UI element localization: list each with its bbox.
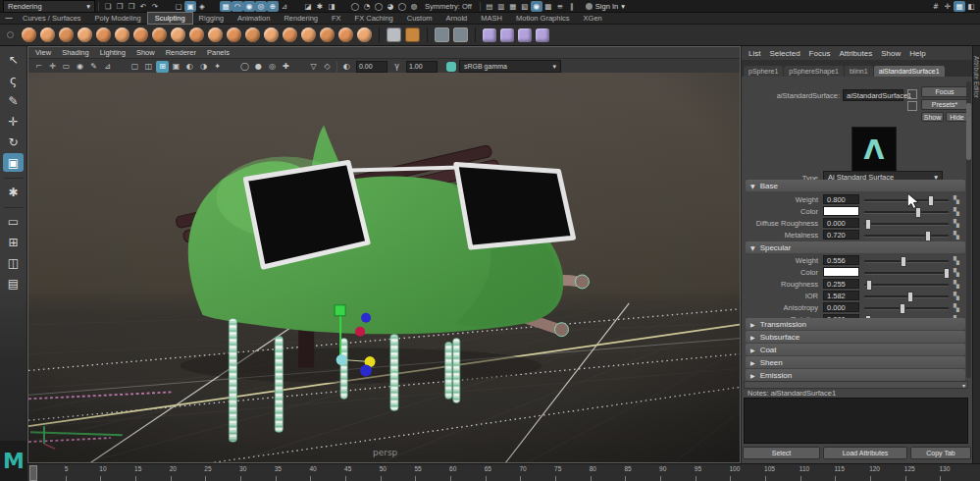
timeline-tick[interactable]: 5 [65, 464, 100, 481]
ae-node-tab[interactable]: blinn1 [845, 66, 873, 77]
panel-menu-item[interactable]: Renderer [166, 48, 196, 57]
ae-menu-item[interactable]: Focus [809, 49, 831, 58]
grab-brush-icon[interactable] [77, 27, 92, 42]
attribute-value-field[interactable]: 0.255 [823, 279, 859, 289]
texture-map-button[interactable]: ▚ [954, 207, 959, 216]
channel-box-icon[interactable]: ▦ [954, 1, 965, 12]
rotate-tool-icon[interactable]: ↻ [3, 133, 24, 151]
copy-tab-button[interactable]: Copy Tab [910, 447, 971, 459]
ae-menu-item[interactable]: Selected [769, 49, 799, 58]
panel-menu-item[interactable]: Panels [207, 48, 230, 57]
ae-node-tab[interactable]: pSphere1 [744, 66, 783, 77]
repeat-brush-icon[interactable] [171, 27, 185, 42]
output-connections-icon[interactable]: ◨ [326, 1, 337, 12]
panel-menu-item[interactable]: Show [136, 48, 155, 57]
timeline-tick[interactable]: 105 [764, 464, 799, 481]
select-object-icon[interactable]: ▣ [184, 1, 196, 12]
panel-menu-item[interactable]: Shading [62, 48, 89, 57]
snap-to-view-plane-icon[interactable]: ⊕ [267, 1, 279, 12]
resolution-gate-icon[interactable]: ◎ [266, 61, 279, 73]
timeline-tick[interactable]: 90 [659, 464, 695, 481]
ae-node-tab[interactable]: pSphereShape1 [784, 66, 844, 77]
shelf-tab[interactable]: Motion Graphics [509, 13, 577, 24]
ipr-render-icon[interactable]: ◔ [361, 1, 373, 12]
single-pane-layout-icon[interactable]: ▭ [3, 212, 24, 231]
texture-map-button[interactable]: ▚ [954, 256, 959, 265]
slider-handle[interactable] [866, 280, 872, 291]
shelf-tab[interactable]: Animation [231, 13, 277, 24]
make-live-icon[interactable]: ⊿ [279, 1, 290, 12]
timeline-tick[interactable]: 95 [695, 464, 730, 481]
slider-handle[interactable] [928, 195, 934, 206]
select-hierarchy-icon[interactable]: ▢ [173, 1, 184, 12]
foamy-brush-icon[interactable] [133, 27, 148, 42]
attribute-value-field[interactable]: 0.800 [823, 194, 859, 204]
sculpt-mirror-icon[interactable] [453, 27, 468, 42]
timeline-tick[interactable]: 80 [590, 464, 625, 481]
attribute-editor-toggle-icon[interactable]: ◧ [965, 1, 977, 12]
section-header-base[interactable]: ▼ Base [746, 180, 965, 191]
field-chart-icon[interactable]: ● [252, 61, 265, 73]
menu-set-dropdown[interactable]: Rendering ▾ [3, 0, 95, 13]
slider-handle[interactable] [944, 268, 950, 279]
four-pane-layout-icon[interactable]: ⊞ [3, 233, 24, 251]
timeline-tick[interactable]: 120 [869, 464, 904, 481]
attribute-value-field[interactable]: 0.000 [823, 302, 859, 312]
select-tool-icon[interactable]: ↖ [3, 50, 24, 69]
texture-map-button[interactable]: ▚ [954, 231, 959, 240]
texture-map-button[interactable]: ▚ [954, 280, 959, 289]
material-swatch[interactable]: Λ [851, 127, 897, 172]
motion-blur-icon[interactable]: ✦ [211, 61, 224, 73]
split-pane-layout-icon[interactable]: ◫ [3, 253, 24, 272]
gamma-icon[interactable]: γ [390, 61, 403, 73]
perspective-viewport[interactable]: ViewShadingLightingShowRendererPanels ⌐ … [27, 46, 741, 463]
ae-scroll-strip[interactable]: ▾ [744, 381, 968, 389]
scrape-brush-icon[interactable] [227, 27, 241, 42]
attribute-slider[interactable] [864, 279, 949, 289]
panel-menu-item[interactable]: View [35, 48, 51, 57]
exposure-field[interactable]: 0.00 [356, 61, 387, 73]
scale-tool-icon[interactable]: ▣ [3, 153, 24, 172]
redo-icon[interactable]: ↷ [149, 1, 161, 12]
display-layers-icon[interactable]: ◍ [408, 1, 420, 12]
sculpt-layer-icon[interactable] [483, 28, 496, 42]
launch-render-view-icon[interactable]: ◕ [385, 1, 396, 12]
bulge-brush-icon[interactable] [301, 27, 316, 42]
wireframe-icon[interactable]: ▢ [129, 61, 141, 73]
texture-map-button[interactable]: ▚ [954, 219, 959, 228]
input-connections-icon[interactable]: ◪ [302, 1, 314, 12]
time-slider[interactable]: 1 5 10 15 20 25 30 35 40 45 50 [0, 463, 980, 481]
timeline-tick[interactable]: 125 [904, 464, 940, 481]
attribute-value-field[interactable]: 1.582 [823, 291, 859, 300]
shaded-icon[interactable]: ◫ [142, 61, 155, 73]
texture-map-button[interactable]: ▚ [954, 268, 959, 277]
view-transform-dropdown[interactable]: sRGB gamma ▾ [446, 60, 561, 73]
timeline-tick[interactable]: 75 [554, 464, 590, 481]
outliner-pane-layout-icon[interactable]: ▤ [3, 274, 24, 293]
hypershade-icon[interactable]: ▦ [507, 1, 519, 12]
image-plane-icon[interactable]: ◉ [74, 61, 86, 73]
snap-to-point-icon[interactable]: ◉ [243, 1, 255, 12]
attribute-slider[interactable] [864, 230, 949, 240]
scroll-down-icon[interactable]: ▾ [962, 382, 965, 389]
select-button[interactable]: Select [743, 447, 820, 459]
presets-button[interactable]: Presets* [921, 99, 968, 110]
imprint-brush-icon[interactable] [189, 27, 204, 42]
flatten-brush-icon[interactable] [115, 27, 129, 42]
relax-brush-icon[interactable] [59, 27, 74, 42]
freeze-selection-icon[interactable] [387, 27, 401, 42]
shelf-tab[interactable]: Curves / Surfaces [16, 13, 88, 24]
shelf-tab[interactable]: Rigging [192, 13, 231, 24]
gamma-field[interactable]: 1.00 [406, 61, 438, 73]
timeline-tick[interactable]: 50 [380, 464, 415, 481]
current-time-indicator[interactable] [29, 465, 37, 481]
collapsed-section-header[interactable]: ▶ Transmission [746, 318, 965, 330]
xray-icon[interactable]: ▽ [307, 61, 320, 73]
grease-pencil-icon[interactable]: ✎ [87, 61, 100, 73]
attribute-slider[interactable] [864, 291, 949, 300]
shelf-tab[interactable]: FX [325, 13, 348, 24]
arnold-render-view-icon[interactable]: ◉ [531, 1, 542, 12]
node-editor-icon[interactable]: ▧ [519, 1, 531, 12]
sculpt-stencil-icon[interactable] [536, 28, 549, 42]
timeline-tick[interactable]: 25 [204, 464, 239, 481]
